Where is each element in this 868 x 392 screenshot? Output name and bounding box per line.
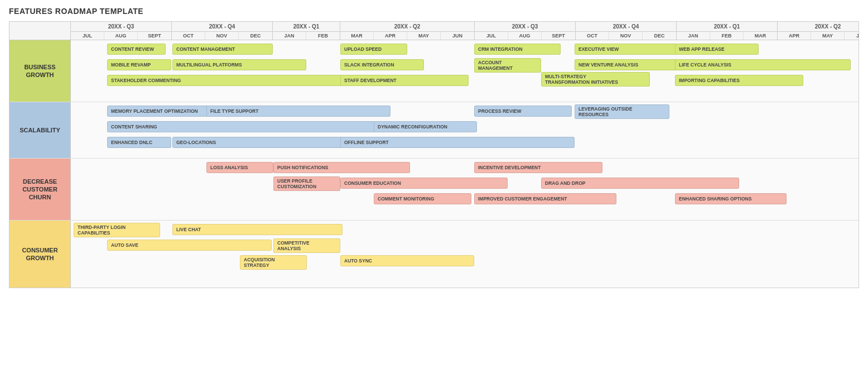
consumer-growth-label: CONSUMERGROWTH bbox=[9, 221, 71, 288]
content-review-bar: CONTENT REVIEW bbox=[107, 44, 166, 55]
consumer-education-bar: CONSUMER EDUCATION bbox=[340, 178, 508, 189]
leveraging-outside-bar: LEVERAGING OUTSIDERESOURCES bbox=[575, 104, 669, 119]
comment-monitoring-bar: COMMENT MONITORING bbox=[374, 193, 471, 204]
business-growth-row: BUSINESSGROWTH CONTENT REVIEW CONTENT MA… bbox=[9, 40, 859, 102]
month-may: MAY bbox=[407, 32, 441, 40]
quarter-q4-first: 20XX - Q4 OCT NOV DEC bbox=[172, 22, 273, 40]
month-jul: JUL bbox=[71, 32, 104, 40]
month-sept2: SEPT bbox=[542, 32, 575, 40]
content-sharing-bar: CONTENT SHARING bbox=[107, 121, 392, 132]
new-venture-analysis-bar: NEW VENTURE ANALYSIS bbox=[575, 59, 686, 70]
web-app-release-bar: WEB APP RELEASE bbox=[675, 44, 759, 55]
month-apr2: APR bbox=[778, 32, 811, 40]
quarter-q4-second: 20XX - Q4 OCT NOV DEC bbox=[576, 22, 677, 40]
month-feb2: FEB bbox=[710, 32, 744, 40]
quarter-label: 20XX - Q4 bbox=[576, 22, 676, 32]
month-mar: MAR bbox=[340, 32, 374, 40]
quarter-label: 20XX - Q1 bbox=[677, 22, 777, 32]
month-apr: APR bbox=[374, 32, 407, 40]
multilingual-platforms-bar: MULTILINGUAL PLATFORMS bbox=[172, 59, 306, 70]
month-aug: AUG bbox=[104, 32, 138, 40]
month-nov2: NOV bbox=[609, 32, 643, 40]
month-oct: OCT bbox=[172, 32, 205, 40]
quarter-q1-first: 20XX - Q1 JAN FEB bbox=[273, 22, 340, 40]
month-feb: FEB bbox=[306, 32, 340, 40]
month-jan: JAN bbox=[273, 32, 306, 40]
business-growth-content: CONTENT REVIEW CONTENT MANAGEMENT UPLOAD… bbox=[71, 40, 859, 102]
quarter-label: 20XX - Q2 bbox=[778, 22, 859, 32]
auto-save-bar: AUTO SAVE bbox=[107, 240, 272, 251]
month-dec2: DEC bbox=[643, 32, 676, 40]
multi-strategy-bar: MULTI-STRATEGYTRANSFORMATION INITIATIVES bbox=[541, 72, 650, 87]
churn-row: DECREASECUSTOMERCHURN LOSS ANALYSIS PUSH… bbox=[9, 159, 859, 221]
churn-label: DECREASECUSTOMERCHURN bbox=[9, 159, 71, 220]
importing-capabilities-bar: IMPORTING CAPABILITIES bbox=[675, 75, 803, 86]
quarter-q3-first: 20XX - Q3 JUL AUG SEPT bbox=[71, 22, 172, 40]
quarter-q2-second: 20XX - Q2 APR MAY JUN bbox=[778, 22, 859, 40]
account-management-bar: ACCOUNTMANAGEMENT bbox=[474, 58, 541, 73]
crm-integration-bar: CRM INTEGRATION bbox=[474, 44, 561, 55]
quarter-q2-first: 20XX - Q2 MAR APR MAY JUN bbox=[340, 22, 475, 40]
user-profile-bar: USER PROFILECUSTOMIZATION bbox=[273, 176, 340, 191]
scalability-row: SCALABILITY MEMORY PLACEMENT OPTIMIZATIO… bbox=[9, 102, 859, 159]
offline-support-bar: OFFLINE SUPPORT bbox=[340, 137, 575, 148]
month-sept: SEPT bbox=[138, 32, 171, 40]
month-jun: JUN bbox=[441, 32, 474, 40]
executive-view-bar: EXECUTIVE VIEW bbox=[575, 44, 678, 55]
consumer-growth-row: CONSUMERGROWTH THIRD-PARTY LOGINCAPABILI… bbox=[9, 221, 859, 288]
consumer-growth-content: THIRD-PARTY LOGINCAPABILITIES LIVE CHAT … bbox=[71, 221, 859, 288]
enhanced-dnlc-bar: ENHANCED DNLC bbox=[107, 137, 171, 148]
page: FEATURES ROADMAP TEMPLATE 20XX - Q3 JUL … bbox=[0, 0, 868, 392]
live-chat-bar: LIVE CHAT bbox=[172, 224, 343, 235]
incentive-development-bar: INCENTIVE DEVELOPMENT bbox=[474, 162, 602, 173]
staff-development-bar: STAFF DEVELOPMENT bbox=[340, 75, 469, 86]
month-may2: MAY bbox=[811, 32, 845, 40]
roadmap-container: 20XX - Q3 JUL AUG SEPT 20XX - Q4 OCT NOV… bbox=[9, 21, 859, 288]
auto-sync-bar: AUTO SYNC bbox=[340, 255, 474, 266]
month-dec: DEC bbox=[239, 32, 272, 40]
quarter-label: 20XX - Q3 bbox=[71, 22, 171, 32]
header-label-spacer bbox=[9, 22, 71, 40]
enhanced-sharing-bar: ENHANCED SHARING OPTIONS bbox=[675, 193, 787, 204]
stakeholder-commenting-bar: STAKEHOLDER COMMENTING bbox=[107, 75, 344, 86]
month-aug2: AUG bbox=[508, 32, 542, 40]
acquisition-strategy-bar: ACQUISITIONSTRATEGY bbox=[240, 255, 307, 270]
quarter-q3-second: 20XX - Q3 JUL AUG SEPT bbox=[475, 22, 576, 40]
month-jul2: JUL bbox=[475, 32, 508, 40]
quarter-label: 20XX - Q1 bbox=[273, 22, 340, 32]
page-title: FEATURES ROADMAP TEMPLATE bbox=[9, 7, 859, 16]
content-management-bar: CONTENT MANAGEMENT bbox=[172, 44, 273, 55]
slack-integration-bar: SLACK INTEGRATION bbox=[340, 59, 424, 70]
mobile-revamp-bar: MOBILE REVAMP bbox=[107, 59, 171, 70]
churn-content: LOSS ANALYSIS PUSH NOTIFICATIONS INCENTI… bbox=[71, 159, 859, 220]
quarter-label: 20XX - Q2 bbox=[340, 22, 474, 32]
month-oct2: OCT bbox=[576, 32, 609, 40]
dynamic-reconfig-bar: DYNAMIC RECONFIGURATION bbox=[374, 121, 477, 132]
month-nov: NOV bbox=[205, 32, 239, 40]
month-jun2: JUN bbox=[845, 32, 859, 40]
month-mar2: MAR bbox=[744, 32, 777, 40]
month-jan2: JAN bbox=[677, 32, 710, 40]
drag-and-drop-bar: DRAG AND DROP bbox=[541, 178, 739, 189]
loss-analysis-bar: LOSS ANALYSIS bbox=[206, 162, 273, 173]
upload-speed-bar: UPLOAD SPEED bbox=[340, 44, 407, 55]
quarter-label: 20XX - Q4 bbox=[172, 22, 272, 32]
scalability-label: SCALABILITY bbox=[9, 102, 71, 158]
scalability-content: MEMORY PLACEMENT OPTIMIZATION FILE TYPE … bbox=[71, 102, 859, 158]
push-notifications-bar: PUSH NOTIFICATIONS bbox=[273, 162, 410, 173]
quarter-label: 20XX - Q3 bbox=[475, 22, 575, 32]
header-row: 20XX - Q3 JUL AUG SEPT 20XX - Q4 OCT NOV… bbox=[9, 22, 859, 40]
business-growth-label: BUSINESSGROWTH bbox=[9, 40, 71, 102]
file-type-support-bar: FILE TYPE SUPPORT bbox=[206, 106, 390, 117]
life-cycle-analysis-bar: LIFE CYCLE ANALYSIS bbox=[675, 59, 851, 70]
quarter-q1-second: 20XX - Q1 JAN FEB MAR bbox=[677, 22, 778, 40]
memory-placement-bar: MEMORY PLACEMENT OPTIMIZATION bbox=[107, 106, 210, 117]
third-party-login-bar: THIRD-PARTY LOGINCAPABILITIES bbox=[74, 223, 160, 237]
improved-customer-engagement-bar: IMPROVED CUSTOMER ENGAGEMENT bbox=[474, 193, 616, 204]
process-review-bar: PROCESS REVIEW bbox=[474, 106, 572, 117]
competitive-analysis-bar: COMPETITIVEANALYSIS bbox=[273, 238, 340, 253]
geo-locations-bar: GEO-LOCATIONS bbox=[172, 137, 356, 148]
